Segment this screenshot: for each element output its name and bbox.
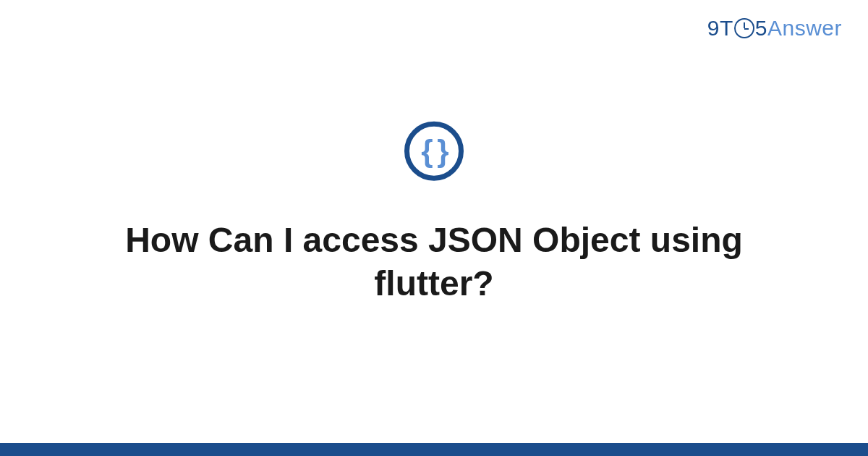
main-content: { } How Can I access JSON Object using f… — [0, 122, 868, 305]
question-title: How Can I access JSON Object using flutt… — [109, 219, 760, 305]
logo-text-answer: Answer — [767, 16, 842, 41]
clock-icon — [734, 18, 754, 38]
json-braces-icon: { } — [404, 122, 464, 181]
logo-text-9t: 9T — [707, 16, 733, 41]
site-logo: 9T 5 Answer — [707, 16, 842, 41]
logo-text-5: 5 — [755, 16, 767, 41]
footer-bar — [0, 443, 868, 456]
braces-glyph: { } — [421, 136, 446, 166]
